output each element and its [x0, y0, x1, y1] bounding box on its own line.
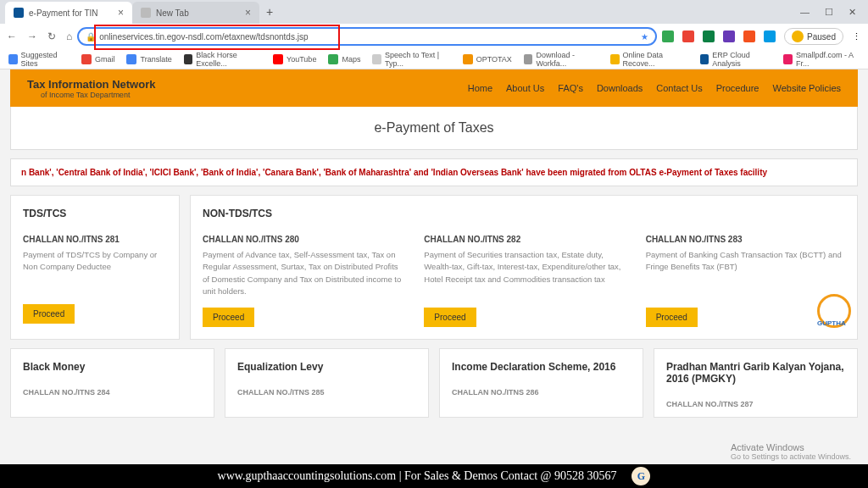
challan-col: CHALLAN NO./ITNS 283 Payment of Banking … [646, 235, 845, 327]
bookmark-item[interactable]: Speech to Text | Typ... [372, 51, 450, 68]
challan-no: CHALLAN NO./ITNS 280 [203, 235, 402, 244]
card-title: Black Money [23, 361, 202, 373]
page-content: Tax Information Network of Income Tax De… [0, 69, 868, 488]
bookmark-item[interactable]: Black Horse Excelle... [184, 51, 261, 68]
footer-text: www.gupthaaccountingsolutions.com | For … [218, 469, 617, 483]
close-window-icon[interactable]: ✕ [849, 7, 856, 18]
challan-no: CHALLAN NO./ITNS 287 [666, 400, 845, 408]
card-desc: Payment of Advance tax, Self-Assessment … [203, 249, 402, 297]
footer-banner: www.gupthaaccountingsolutions.com | For … [0, 464, 868, 488]
minimize-icon[interactable]: — [800, 7, 810, 18]
challan-no: CHALLAN NO./ITNS 283 [646, 235, 845, 244]
menu-item[interactable]: Home [468, 83, 492, 93]
proceed-button[interactable]: Proceed [646, 308, 698, 327]
menu-item[interactable]: Website Policies [773, 83, 842, 93]
card-title: Income Declaration Scheme, 2016 [452, 361, 631, 373]
paused-label: Paused [807, 32, 836, 42]
card-title: Pradhan Mantri Garib Kalyan Yojana, 2016… [666, 361, 845, 385]
menu-dots-icon[interactable]: ⋮ [852, 31, 861, 42]
bookmarks-bar: Suggested Sites Gmail Translate Black Ho… [0, 49, 868, 69]
cards-row-2: Black Money CHALLAN NO./ITNS 284 Equaliz… [10, 348, 858, 418]
challan-no: CHALLAN NO./ITNS 284 [23, 388, 202, 396]
lock-icon: 🔒 [86, 32, 96, 42]
menu-item[interactable]: Downloads [597, 83, 643, 93]
brand: Tax Information Network of Income Tax De… [27, 78, 155, 99]
ext-icon[interactable] [703, 30, 715, 42]
challan-col: CHALLAN NO./ITNS 282 Payment of Securiti… [424, 235, 623, 327]
card-tds: TDS/TCS CHALLAN NO./ITNS 281 Payment of … [10, 195, 180, 340]
menu-item[interactable]: FAQ's [558, 83, 583, 93]
activate-line2: Go to Settings to activate Windows. [731, 452, 851, 461]
activate-line1: Activate Windows [731, 442, 851, 452]
bookmark-item[interactable]: OPTOTAX [463, 54, 512, 64]
site-header: Tax Information Network of Income Tax De… [10, 69, 858, 107]
extensions: Paused ⋮ [662, 28, 861, 45]
bookmark-item[interactable]: Translate [126, 54, 171, 64]
card-ids: Income Declaration Scheme, 2016 CHALLAN … [439, 348, 643, 418]
menu-item[interactable]: Procedure [716, 83, 760, 93]
browser-tab-active[interactable]: e-Payment for TIN × [5, 2, 132, 24]
tab-favicon [141, 8, 151, 18]
challan-no: CHALLAN NO./ITNS 282 [424, 235, 623, 244]
bookmark-item[interactable]: YouTube [273, 54, 316, 64]
main-menu: Home About Us FAQ's Downloads Contact Us… [468, 83, 841, 93]
cards-row: TDS/TCS CHALLAN NO./ITNS 281 Payment of … [10, 195, 858, 340]
ext-icon[interactable] [723, 30, 735, 42]
browser-tab-inactive[interactable]: New Tab × [132, 2, 259, 24]
proceed-button[interactable]: Proceed [424, 308, 476, 327]
card-desc: Payment of Securities transaction tax, E… [424, 249, 623, 297]
challan-no: CHALLAN NO./ITNS 281 [23, 235, 167, 244]
ext-icon[interactable] [662, 30, 674, 42]
maximize-icon[interactable]: ☐ [825, 7, 833, 18]
ext-icon[interactable] [682, 30, 694, 42]
forward-icon[interactable]: → [27, 30, 37, 42]
tab-strip: e-Payment for TIN × New Tab × + — ☐ ✕ [0, 0, 868, 24]
menu-item[interactable]: About Us [506, 83, 544, 93]
card-title: NON-TDS/TCS [203, 208, 845, 219]
card-pmgky: Pradhan Mantri Garib Kalyan Yojana, 2016… [654, 348, 858, 418]
proceed-button[interactable]: Proceed [23, 304, 75, 324]
profile-paused[interactable]: Paused [784, 28, 843, 45]
bookmark-item[interactable]: Download - Workfa... [524, 51, 598, 68]
window-controls: — ☐ ✕ [788, 7, 868, 18]
bookmark-item[interactable]: Maps [328, 54, 360, 64]
back-icon[interactable]: ← [7, 30, 17, 42]
url-text: onlineservices.tin.egov-nsdl.com/etaxnew… [99, 32, 308, 42]
menu-item[interactable]: Contact Us [656, 83, 702, 93]
challan-no: CHALLAN NO./ITNS 286 [452, 388, 631, 396]
bookmark-item[interactable]: Smallpdf.com - A Fr... [783, 51, 860, 68]
card-equalization: Equalization Levy CHALLAN NO./ITNS 285 [225, 348, 429, 418]
tab-close-icon[interactable]: × [245, 7, 251, 19]
bookmark-item[interactable]: Online Data Recove... [610, 51, 688, 68]
bookmark-item[interactable]: ERP Cloud Analysis [700, 51, 772, 68]
card-title: Equalization Levy [237, 361, 416, 373]
card-nontds: NON-TDS/TCS CHALLAN NO./ITNS 280 Payment… [190, 195, 858, 340]
tab-close-icon[interactable]: × [118, 7, 124, 19]
home-icon[interactable]: ⌂ [66, 30, 72, 42]
footer-logo-icon: G [632, 467, 650, 485]
tab-favicon [14, 8, 24, 18]
marquee-notice: n Bank', 'Central Bank of India', 'ICICI… [10, 158, 858, 186]
tab-title: e-Payment for TIN [29, 8, 98, 18]
brand-subtitle: of Income Tax Department [41, 91, 155, 99]
challan-no: CHALLAN NO./ITNS 285 [237, 388, 416, 396]
activate-windows-overlay: Activate Windows Go to Settings to activ… [731, 442, 851, 461]
challan-col: CHALLAN NO./ITNS 280 Payment of Advance … [203, 235, 402, 327]
url-bar[interactable]: 🔒 onlineservices.tin.egov-nsdl.com/etaxn… [77, 27, 657, 46]
proceed-button[interactable]: Proceed [203, 308, 254, 327]
ext-icon[interactable] [743, 30, 755, 42]
star-icon[interactable]: ★ [641, 32, 648, 42]
card-black-money: Black Money CHALLAN NO./ITNS 284 [10, 348, 214, 418]
page-title: e-Payment of Taxes [10, 107, 858, 150]
tab-title: New Tab [156, 8, 189, 18]
ext-icon[interactable] [764, 30, 776, 42]
address-bar-row: ← → ↻ ⌂ 🔒 onlineservices.tin.egov-nsdl.c… [0, 24, 868, 49]
browser-chrome: e-Payment for TIN × New Tab × + — ☐ ✕ ← … [0, 0, 868, 69]
watermark-logo: GUPTHA [817, 294, 868, 341]
bookmark-item[interactable]: Suggested Sites [8, 51, 70, 68]
bookmark-item[interactable]: Gmail [81, 54, 115, 64]
card-title: TDS/TCS [23, 208, 167, 219]
reload-icon[interactable]: ↻ [47, 30, 56, 42]
avatar-icon [792, 30, 804, 42]
new-tab-button[interactable]: + [259, 5, 280, 19]
